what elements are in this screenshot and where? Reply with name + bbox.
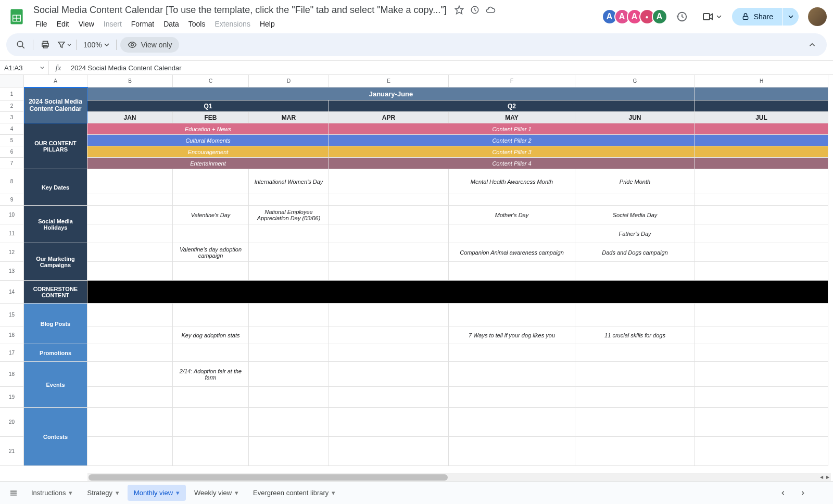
cell[interactable] (449, 304, 575, 326)
cell[interactable] (173, 437, 249, 466)
cell-smh[interactable]: Social Media Holidays (24, 206, 87, 243)
cell[interactable]: National Employee Appreciation Day (03/0… (249, 206, 329, 224)
cell[interactable] (695, 362, 828, 387)
chevron-down-icon[interactable]: ▾ (332, 489, 335, 497)
cell[interactable] (249, 224, 329, 243)
cell[interactable] (249, 408, 329, 437)
row-header[interactable]: 18 (0, 362, 24, 387)
cell-black[interactable] (87, 281, 828, 304)
cell[interactable] (695, 304, 828, 326)
cell-half[interactable]: January-June (87, 87, 695, 100)
cell-mkt[interactable]: Our Marketing Campaigns (24, 243, 87, 281)
cell[interactable] (87, 206, 173, 224)
cell[interactable] (575, 262, 695, 281)
cell-corner[interactable]: CORNERSTONE CONTENT (24, 281, 87, 304)
cell[interactable] (695, 123, 828, 135)
cell-promo[interactable]: Promotions (24, 344, 87, 362)
cell[interactable] (173, 194, 249, 206)
cell[interactable] (87, 387, 173, 408)
cell[interactable] (695, 158, 828, 169)
cell-month[interactable]: FEB (173, 112, 249, 123)
cell[interactable] (87, 326, 173, 344)
menu-edit[interactable]: Edit (53, 18, 73, 30)
cell[interactable] (695, 262, 828, 281)
col-header[interactable]: H (695, 75, 828, 87)
share-button[interactable]: Share (732, 8, 782, 26)
cell[interactable] (695, 224, 828, 243)
cell[interactable] (575, 344, 695, 362)
row-header[interactable]: 11 (0, 224, 24, 243)
row-header[interactable]: 20 (0, 408, 24, 437)
cell[interactable] (695, 408, 828, 437)
col-header[interactable]: C (173, 75, 249, 87)
scrollbar-thumb[interactable] (89, 474, 448, 481)
name-box[interactable]: A1:A3 (0, 61, 49, 74)
cell[interactable] (87, 224, 173, 243)
cell[interactable]: Cultural Moments (87, 135, 329, 146)
account-avatar[interactable] (808, 7, 827, 26)
cell[interactable] (87, 304, 173, 326)
cell[interactable] (249, 344, 329, 362)
row-header[interactable]: 7 (0, 158, 24, 169)
cell[interactable]: Content Pillar 1 (329, 123, 695, 135)
sheet-tab-evergreen[interactable]: Evergreen content library▾ (247, 485, 342, 501)
cell[interactable] (575, 194, 695, 206)
cell[interactable] (449, 344, 575, 362)
cell[interactable] (695, 146, 828, 158)
row-header[interactable]: 12 (0, 243, 24, 262)
cell[interactable]: 11 crucial skills for dogs (575, 326, 695, 344)
cell[interactable] (329, 262, 449, 281)
cell[interactable] (249, 194, 329, 206)
cell[interactable]: Content Pillar 4 (329, 158, 695, 169)
horizontal-scrollbar[interactable] (87, 473, 818, 481)
all-sheets-icon[interactable] (4, 484, 23, 502)
cell[interactable] (173, 387, 249, 408)
cell[interactable] (329, 387, 449, 408)
menu-view[interactable]: View (74, 18, 98, 30)
select-all-corner[interactable] (0, 75, 24, 87)
cell[interactable] (173, 262, 249, 281)
cell-month[interactable]: JAN (87, 112, 173, 123)
zoom-select[interactable]: 100% (80, 39, 112, 51)
cell[interactable] (449, 362, 575, 387)
cell[interactable]: 2/14: Adoption fair at the farm (173, 362, 249, 387)
meet-button[interactable] (697, 6, 727, 27)
cell[interactable] (329, 344, 449, 362)
cell[interactable] (695, 243, 828, 262)
row-header[interactable]: 17 (0, 344, 24, 362)
cell-month[interactable]: MAR (249, 112, 329, 123)
row-header[interactable]: 1 (0, 87, 24, 100)
cell[interactable] (173, 304, 249, 326)
row-header[interactable]: 8 (0, 169, 24, 194)
cell[interactable]: Pride Month (575, 169, 695, 194)
cell-blog[interactable]: Blog Posts (24, 304, 87, 344)
cell[interactable]: International Women's Day (249, 169, 329, 194)
cell-q1[interactable]: Q1 (87, 100, 329, 112)
cell[interactable]: Mental Health Awareness Month (449, 169, 575, 194)
cell[interactable] (87, 408, 173, 437)
cell[interactable]: Valentine's day adoption campaign (173, 243, 249, 262)
star-icon[interactable] (454, 5, 464, 15)
cell[interactable] (449, 437, 575, 466)
cell-contests[interactable]: Contests (24, 408, 87, 466)
cell[interactable] (695, 194, 828, 206)
cell[interactable] (329, 326, 449, 344)
chevron-down-icon[interactable]: ▾ (235, 489, 238, 497)
cell[interactable] (449, 387, 575, 408)
cell[interactable] (249, 243, 329, 262)
cloud-status-icon[interactable] (485, 5, 496, 15)
row-header[interactable]: 16 (0, 326, 24, 344)
cell[interactable] (249, 262, 329, 281)
cell-q2[interactable]: Q2 (329, 100, 695, 112)
cell[interactable] (575, 362, 695, 387)
cell[interactable] (249, 437, 329, 466)
cell[interactable] (695, 326, 828, 344)
row-header[interactable]: 6 (0, 146, 24, 158)
tab-scroll-right-icon[interactable] (793, 484, 812, 502)
move-icon[interactable] (470, 5, 480, 15)
cell-pillars-label[interactable]: OUR CONTENT PILLARS (24, 123, 87, 169)
col-header[interactable]: A (24, 75, 87, 87)
cell[interactable] (695, 169, 828, 194)
cell[interactable]: Mother's Day (449, 206, 575, 224)
cell[interactable] (695, 100, 828, 112)
